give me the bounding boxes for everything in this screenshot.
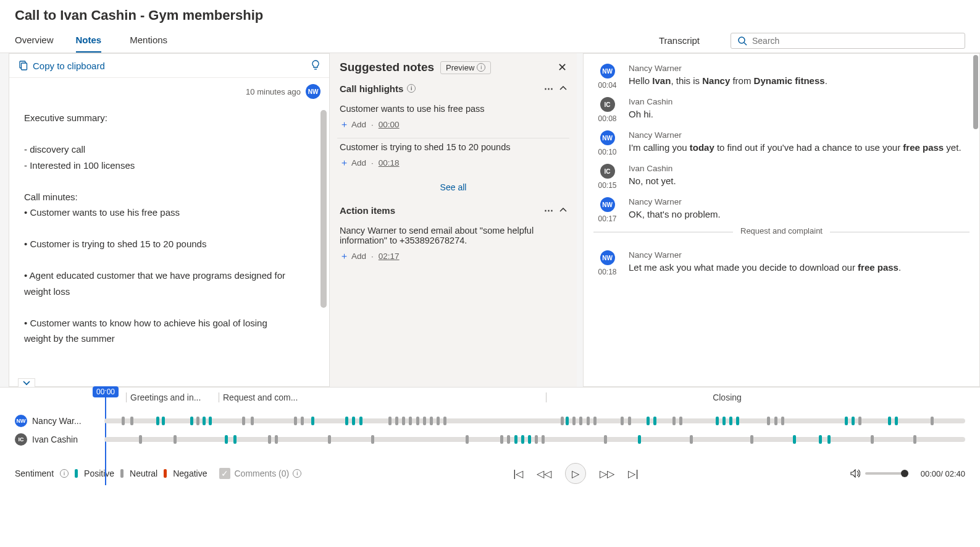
transcript-text: OK, that's no problem.	[629, 208, 970, 221]
add-button[interactable]: ＋ Add	[340, 119, 366, 130]
comments-toggle[interactable]: ✓ Comments (0) i	[219, 468, 301, 479]
transcript-text: No, not yet.	[629, 174, 970, 188]
volume-slider[interactable]	[865, 472, 908, 475]
see-all-link[interactable]: See all	[337, 176, 569, 198]
action-item: Nancy Warner to send email about "some h…	[337, 222, 569, 269]
notes-timestamp: 10 minutes ago	[246, 87, 301, 96]
add-button[interactable]: ＋ Add	[340, 250, 366, 262]
volume-icon	[850, 469, 860, 478]
chevron-up-icon[interactable]	[559, 86, 567, 91]
timestamp-link[interactable]: 00:18	[379, 158, 400, 167]
notes-text[interactable]: Executive summary: - discovery call - In…	[24, 110, 290, 347]
call-highlights-title: Call highlights	[340, 83, 403, 94]
info-icon[interactable]: i	[407, 84, 416, 93]
timeline: 00:00 Greetings and in...Request and com…	[0, 387, 980, 457]
transcript-timestamp: 00:08	[598, 114, 616, 123]
page-title: Call to Ivan Cashin - Gym membership	[0, 0, 980, 28]
main-area: Copy to clipboard 10 minutes ago NW Exec…	[0, 53, 980, 387]
speaker-avatar: NW	[600, 64, 615, 78]
speaker-avatar: IC	[600, 164, 615, 179]
suggested-title: Suggested notes	[340, 61, 434, 74]
timeline-track: ICIvan Cashin	[15, 433, 965, 446]
notes-author-avatar: NW	[306, 84, 320, 99]
track-name: Nancy War...	[32, 416, 82, 426]
transcript-header-label: Transcript	[653, 29, 718, 52]
bottom-bar: Sentiment i Positive Neutral Negative ✓ …	[0, 457, 980, 490]
transcript-row[interactable]: NW00:18Nancy WarnerLet me ask you what m…	[593, 247, 970, 280]
speaker-name: Ivan Cashin	[629, 97, 970, 106]
lightbulb-icon[interactable]	[311, 60, 320, 71]
transcript-row[interactable]: NW00:17Nancy WarnerOK, that's no problem…	[593, 193, 970, 227]
speaker-name: Nancy Warner	[629, 64, 970, 73]
search-input[interactable]	[752, 36, 958, 46]
transcript-row[interactable]: IC00:15Ivan CashinNo, not yet.	[593, 160, 970, 193]
transcript-body[interactable]: NW00:04Nancy WarnerHello Ivan, this is N…	[584, 54, 979, 286]
suggested-notes-panel: Suggested notes Preview i ✕ Call highlig…	[330, 53, 577, 387]
speaker-avatar: NW	[600, 197, 615, 212]
info-icon[interactable]: i	[60, 469, 69, 478]
transcript-timestamp: 00:18	[598, 268, 616, 276]
rewind-button[interactable]: ◁◁	[537, 468, 551, 480]
transcript-section-divider: Request and complaint	[593, 232, 970, 242]
time-display: 00:00/ 02:40	[921, 469, 965, 478]
timestamp-link[interactable]: 02:17	[379, 252, 400, 261]
search-box[interactable]	[731, 33, 965, 49]
preview-badge: Preview i	[440, 61, 491, 74]
sentiment-legend: Sentiment i Positive Neutral Negative	[15, 469, 207, 478]
info-icon[interactable]: i	[293, 469, 301, 478]
transcript-panel: NW00:04Nancy WarnerHello Ivan, this is N…	[583, 53, 980, 387]
transcript-timestamp: 00:10	[598, 148, 616, 156]
notes-body[interactable]: Executive summary: - discovery call - In…	[9, 105, 329, 359]
forward-button[interactable]: ▷▷	[600, 468, 614, 480]
speaker-name: Nancy Warner	[629, 197, 970, 206]
track-name: Ivan Cashin	[32, 435, 78, 444]
speaker-name: Nancy Warner	[629, 250, 970, 260]
more-icon[interactable]: ⋯	[544, 205, 553, 216]
transcript-row[interactable]: NW00:10Nancy WarnerI'm calling you today…	[593, 127, 970, 160]
add-button[interactable]: ＋ Add	[340, 157, 366, 169]
transcript-text: Hello Ivan, this is Nancy from Dynamic f…	[629, 74, 970, 88]
notes-panel: Copy to clipboard 10 minutes ago NW Exec…	[9, 53, 330, 387]
positive-swatch	[75, 469, 78, 478]
transcript-timestamp: 00:04	[598, 81, 616, 90]
search-icon	[737, 36, 747, 46]
transcript-row[interactable]: NW00:04Nancy WarnerHello Ivan, this is N…	[593, 60, 970, 93]
tab-mentions[interactable]: Mentions	[124, 28, 174, 53]
skip-end-button[interactable]: ▷|	[628, 468, 638, 480]
transcript-timestamp: 00:17	[598, 214, 616, 223]
close-suggested-button[interactable]: ✕	[558, 61, 567, 74]
speaker-avatar: NW	[600, 130, 615, 145]
chevron-up-icon[interactable]	[559, 208, 567, 213]
timeline-bar[interactable]	[104, 418, 965, 423]
volume-control[interactable]	[850, 469, 908, 478]
expand-notes-button[interactable]	[18, 378, 35, 388]
transcript-text: Let me ask you what made you decide to d…	[629, 261, 970, 274]
timeline-bar[interactable]	[104, 437, 965, 442]
negative-swatch	[164, 469, 167, 478]
notes-scrollbar[interactable]	[320, 110, 327, 308]
tab-notes[interactable]: Notes	[76, 28, 102, 53]
timeline-segment[interactable]: Closing	[546, 392, 904, 402]
highlight-item: Customer is trying to shed 15 to 20 poun…	[337, 138, 569, 176]
transcript-row[interactable]: IC00:08Ivan CashinOh hi.	[593, 93, 970, 127]
skip-start-button[interactable]: |◁	[513, 468, 523, 480]
tab-overview[interactable]: Overview	[15, 28, 54, 53]
svg-rect-3	[22, 63, 27, 70]
speaker-name: Nancy Warner	[629, 130, 970, 140]
top-bar: Overview Notes Mentions Transcript	[0, 28, 980, 53]
timestamp-link[interactable]: 00:00	[379, 120, 400, 129]
copy-to-clipboard-button[interactable]: Copy to clipboard	[18, 61, 105, 71]
speaker-avatar: NW	[600, 250, 615, 265]
timeline-segment[interactable]: Greetings and in...	[126, 392, 219, 402]
neutral-swatch	[120, 469, 124, 478]
transcript-text: I'm calling you today to find out if you…	[629, 141, 970, 155]
track-avatar: IC	[15, 433, 27, 446]
transcript-scrollbar[interactable]	[973, 55, 978, 129]
play-button[interactable]: ▷	[565, 463, 586, 484]
speaker-avatar: IC	[600, 97, 615, 112]
timeline-segment[interactable]: Request and com...	[219, 392, 546, 402]
transcript-timestamp: 00:15	[598, 181, 616, 190]
timeline-segments: Greetings and in...Request and com...Clo…	[15, 392, 965, 409]
more-icon[interactable]: ⋯	[544, 83, 553, 94]
info-icon[interactable]: i	[477, 63, 485, 72]
